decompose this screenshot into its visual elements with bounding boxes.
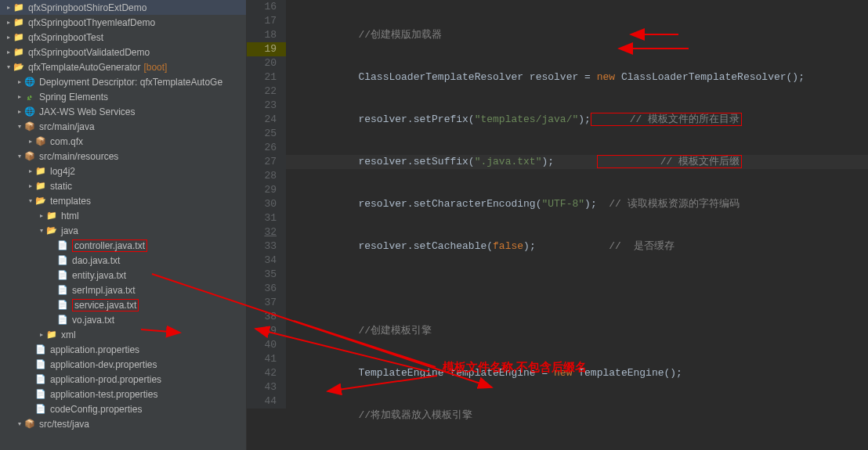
tree-label: static [50,181,72,192]
properties-file[interactable]: 📄application-prod.properties [0,372,246,387]
jax-ws[interactable]: ▸🌐JAX-WS Web Services [0,104,246,119]
tree-label: qfxSpringbootThyemleafDemo [28,17,155,28]
tree-label: application-dev.properties [50,359,157,370]
code-line: resolver.setCharacterEncoding("UTF-8"); … [286,197,868,211]
folder-icon: 📂 [45,225,58,237]
file-icon: 📄 [56,269,69,282]
file-icon: 📄 [34,373,47,386]
templates-folder[interactable]: ▾📂templates [0,193,246,208]
line-number: 35 [247,268,286,282]
tree-label: qfxSpringbootShiroExtDemo [28,2,146,13]
line-number: 34 [247,254,286,268]
project-icon: 📁 [13,31,25,44]
file-icon: 📄 [56,284,69,297]
line-number: 39 [247,324,286,338]
properties-file[interactable]: 📄application.properties [0,342,246,357]
folder-item[interactable]: ▸📁log4j2 [0,164,246,178]
file-item[interactable]: 📄dao.java.txt [0,253,246,268]
file-item[interactable]: 📄serImpl.java.txt [0,283,246,297]
folder-icon: 📁 [34,180,47,193]
file-icon: 📄 [56,254,69,267]
line-number: 41 [247,352,286,366]
tree-label: service.java.txt [72,299,139,311]
tree-label: application-prod.properties [50,374,161,385]
src-test-java[interactable]: ▾📦src/test/java [0,416,246,431]
file-icon: 📄 [34,403,47,416]
code-line: //创建模版加载器 [286,28,868,42]
tree-label: codeConfig.properties [50,404,142,415]
file-service-template[interactable]: 📄service.java.txt [0,297,246,312]
properties-file[interactable]: 📄codeConfig.properties [0,401,246,416]
folder-icon: 📁 [45,329,58,341]
line-number: 37 [247,296,286,310]
folder-icon: 📁 [45,210,58,222]
folder-item[interactable]: ▸📁static [0,178,246,193]
line-number: 33 [247,239,286,254]
file-icon: 📄 [34,344,47,356]
tree-label: html [61,211,79,221]
line-number: 29 [247,183,286,197]
line-number: 28 [247,169,286,183]
source-folder-icon: 📦 [24,121,36,133]
tree-label: application-test.properties [50,389,157,400]
tree-label: Spring Elements [39,92,108,103]
tree-label: serImpl.java.txt [72,285,136,296]
code-editor[interactable]: 16 17 18 19 20 21 22 23 24 25 26 27 28 2… [247,0,868,450]
line-number: 27 [247,155,286,169]
project-item[interactable]: ▸📁qfxSpringbootTest [0,30,246,45]
file-item[interactable]: 📄vo.java.txt [0,312,246,327]
folder-icon: 📁 [34,165,47,178]
tree-label: xml [61,329,76,340]
tree-label: src/main/resources [39,151,118,162]
src-main-resources[interactable]: ▾📦src/main/resources [0,149,246,164]
code-line: ClassLoaderTemplateResolver resolver = n… [286,70,868,85]
line-number: 24 [247,113,286,127]
tree-label: JAX-WS Web Services [39,106,135,117]
package-item[interactable]: ▸📦com.qfx [0,134,246,149]
java-templates-folder[interactable]: ▾📂java [0,223,246,238]
package-icon: 📦 [34,135,47,148]
line-number: 20 [247,56,286,70]
boot-badge: [boot] [143,62,167,73]
line-number: 25 [247,127,286,141]
line-number: 30 [247,197,286,211]
properties-file[interactable]: 📄application-dev.properties [0,357,246,372]
line-number: 32 [247,225,286,239]
line-number: 26 [247,141,286,155]
tree-label: src/test/java [39,419,89,430]
file-icon: 📄 [34,388,47,401]
folder-item[interactable]: ▸📁html [0,208,246,223]
project-item-open[interactable]: ▾📂qfxTemplateAutoGenerator[boot] [0,59,246,74]
code-line [286,282,868,296]
tree-label: java [61,225,78,236]
folder-icon: 📂 [34,195,47,207]
folder-item[interactable]: ▸📁xml [0,327,246,342]
globe-icon: 🌐 [24,76,36,88]
project-item[interactable]: ▸📁qfxSpringbootValidatedDemo [0,45,246,59]
project-item[interactable]: ▸📁qfxSpringbootThyemleafDemo [0,15,246,30]
tree-label: qfxSpringbootValidatedDemo [28,47,150,58]
annotation-box: // 模板文件后缀 [597,155,742,168]
source-folder-icon: 📦 [24,150,36,163]
file-item[interactable]: 📄entity.java.txt [0,268,246,283]
properties-file[interactable]: 📄application-test.properties [0,387,246,401]
tree-label: dao.java.txt [72,255,120,266]
code-area[interactable]: //创建模版加载器 ClassLoaderTemplateResolver re… [286,0,868,450]
annotation-box: // 模板文件的所在目录 [591,113,742,126]
line-number: 36 [247,282,286,296]
spring-elements[interactable]: ▸⸙Spring Elements [0,89,246,104]
line-number: 17 [247,14,286,28]
file-controller-template[interactable]: 📄controller.java.txt [0,238,246,253]
code-line: resolver.setPrefix("templates/java/"); /… [286,113,868,127]
project-item[interactable]: ▸📁qfxSpringbootShiroExtDemo [0,0,246,15]
annotation-text: 模板文件名称,不包含后缀名 [443,360,587,375]
tree-label: templates [50,196,91,207]
project-icon: 📁 [13,16,25,29]
tree-label: controller.java.txt [72,239,147,252]
deployment-descriptor[interactable]: ▸🌐Deployment Descriptor: qfxTemplateAuto… [0,74,246,89]
tree-label: entity.java.txt [72,270,126,281]
project-explorer[interactable]: ▸📁qfxSpringbootShiroExtDemo ▸📁qfxSpringb… [0,0,247,450]
code-line-current: resolver.setSuffix(".java.txt"); // 模板文件… [286,155,868,169]
src-main-java[interactable]: ▾📦src/main/java [0,119,246,134]
code-line: resolver.setCacheable(false); // 是否缓存 [286,239,868,254]
